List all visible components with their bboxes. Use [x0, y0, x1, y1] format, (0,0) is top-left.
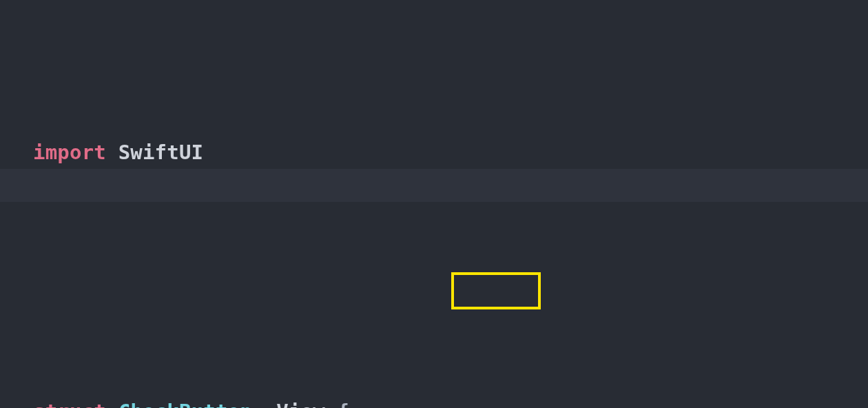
- colon: :: [252, 400, 276, 408]
- code-line-3[interactable]: struct CheckButton: View {: [0, 396, 868, 408]
- module-swiftui: SwiftUI: [106, 141, 203, 164]
- brace-open: {: [325, 400, 349, 408]
- code-line-1[interactable]: import SwiftUI: [0, 136, 868, 169]
- cursor-line-highlight: [0, 169, 868, 202]
- type-checkbutton: CheckButton: [106, 400, 252, 408]
- keyword-import: import: [33, 141, 106, 164]
- code-editor[interactable]: import SwiftUI struct CheckButton: View …: [0, 0, 868, 408]
- keyword-struct: struct: [33, 400, 106, 408]
- code-line-2[interactable]: [0, 266, 868, 298]
- type-view: View: [276, 400, 325, 408]
